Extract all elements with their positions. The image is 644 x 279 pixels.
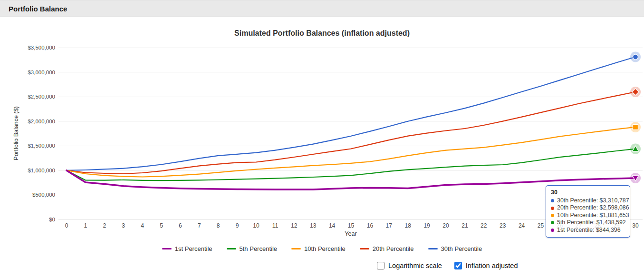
- tooltip-item-text: 20th Percentile: $2,598,086: [557, 204, 629, 211]
- x-tick-label: 23: [500, 222, 506, 229]
- x-tick-label: 5: [160, 222, 163, 229]
- legend-label: 20th Percentile: [373, 245, 414, 252]
- y-tick-label: $3,500,000: [28, 45, 55, 50]
- x-tick-label: 1: [84, 222, 87, 229]
- series-color-dot-icon: [551, 221, 554, 224]
- y-tick-label: $0: [49, 217, 55, 222]
- x-tick-label: 8: [217, 222, 220, 229]
- series-line-30th-percentile: [67, 57, 635, 170]
- x-tick-label: 18: [405, 222, 412, 229]
- chart-legend: 1st Percentile5th Percentile10th Percent…: [0, 245, 644, 252]
- y-tick-label: $3,000,000: [28, 70, 55, 75]
- x-tick-label: 4: [141, 222, 144, 229]
- legend-line-swatch: [428, 248, 438, 249]
- x-tick-label: 19: [423, 222, 430, 229]
- inflation-adjusted-control[interactable]: Inflation adjusted: [454, 262, 518, 269]
- x-tick-label: 16: [367, 222, 374, 229]
- series-line-20th-percentile: [67, 92, 635, 174]
- tooltip-item: 30th Percentile: $3,310,787: [551, 197, 625, 204]
- chart-controls: Logarithmic scale Inflation adjusted: [377, 262, 518, 269]
- x-tick-label: 30: [632, 222, 639, 229]
- x-tick-label: 9: [236, 222, 239, 229]
- x-tick-label: 6: [179, 222, 182, 229]
- series-color-dot-icon: [551, 199, 554, 202]
- x-tick-label: 25: [538, 222, 544, 229]
- x-tick-label: 22: [481, 222, 487, 229]
- legend-line-swatch: [227, 248, 236, 249]
- legend-label: 1st Percentile: [175, 245, 212, 252]
- x-tick-label: 17: [386, 222, 393, 229]
- log-scale-control[interactable]: Logarithmic scale: [377, 262, 442, 269]
- tooltip-items: 30th Percentile: $3,310,78720th Percenti…: [551, 197, 625, 234]
- legend-item-10th-percentile[interactable]: 10th Percentile: [291, 245, 346, 252]
- inflation-adjusted-label: Inflation adjusted: [466, 262, 518, 269]
- tooltip-item-text: 30th Percentile: $3,310,787: [557, 197, 629, 204]
- legend-label: 5th Percentile: [240, 245, 278, 252]
- x-tick-label: 12: [291, 222, 298, 229]
- x-tick-label: 0: [65, 222, 68, 229]
- tooltip-item-text: 10th Percentile: $1,881,653: [557, 212, 629, 219]
- y-tick-label: $2,000,000: [28, 119, 55, 124]
- log-scale-label: Logarithmic scale: [388, 262, 442, 269]
- legend-label: 30th Percentile: [441, 245, 482, 252]
- tooltip-item: 1st Percentile: $844,396: [551, 227, 625, 234]
- y-tick-label: $2,500,000: [28, 94, 55, 100]
- x-tick-label: 2: [103, 222, 106, 229]
- tooltip-year: 30: [551, 189, 625, 196]
- tooltip-item: 5th Percentile: $1,438,592: [551, 219, 625, 226]
- series-color-dot-icon: [551, 214, 554, 217]
- x-tick-label: 14: [329, 222, 336, 229]
- x-tick-label: 13: [310, 222, 317, 229]
- legend-item-30th-percentile[interactable]: 30th Percentile: [428, 245, 482, 252]
- x-axis-title: Year: [345, 230, 356, 237]
- x-tick-label: 20: [442, 222, 449, 229]
- panel-title: Portfolio Balance: [9, 5, 67, 13]
- series-color-dot-icon: [551, 229, 554, 232]
- inflation-adjusted-checkbox[interactable]: [454, 262, 462, 269]
- x-tick-label: 11: [272, 222, 279, 229]
- legend-item-1st-percentile[interactable]: 1st Percentile: [162, 245, 212, 252]
- y-tick-label: $500,000: [32, 192, 55, 198]
- legend-line-swatch: [162, 248, 172, 249]
- portfolio-balance-panel: Portfolio Balance Simulated Portfolio Ba…: [0, 0, 644, 279]
- x-tick-label: 15: [348, 222, 355, 229]
- y-axis-title: Portfolio Balance ($): [13, 106, 19, 160]
- x-tick-label: 10: [253, 222, 260, 229]
- legend-item-5th-percentile[interactable]: 5th Percentile: [227, 245, 278, 252]
- end-marker-circle-icon[interactable]: [633, 54, 638, 60]
- legend-label: 10th Percentile: [304, 245, 346, 252]
- legend-line-swatch: [360, 248, 369, 249]
- legend-item-20th-percentile[interactable]: 20th Percentile: [360, 245, 414, 252]
- end-marker-square-icon[interactable]: [633, 124, 638, 130]
- tooltip-item: 10th Percentile: $1,881,653: [551, 212, 625, 219]
- tooltip-item-text: 1st Percentile: $844,396: [557, 227, 621, 234]
- x-tick-label: 3: [122, 222, 125, 229]
- tooltip-item-text: 5th Percentile: $1,438,592: [557, 219, 626, 226]
- x-tick-label: 7: [198, 222, 201, 229]
- series-line-5th-percentile: [67, 149, 635, 181]
- series-line-10th-percentile: [67, 127, 635, 177]
- legend-line-swatch: [291, 248, 301, 249]
- tooltip-item: 20th Percentile: $2,598,086: [551, 204, 625, 211]
- x-tick-label: 24: [519, 222, 525, 229]
- series-color-dot-icon: [551, 207, 554, 210]
- y-tick-label: $1,500,000: [28, 143, 55, 149]
- x-tick-label: 21: [461, 222, 468, 229]
- log-scale-checkbox[interactable]: [377, 262, 384, 269]
- panel-header: Portfolio Balance: [0, 0, 644, 17]
- chart-tooltip: 30 30th Percentile: $3,310,78720th Perce…: [546, 185, 630, 238]
- y-tick-label: $1,000,000: [28, 168, 55, 173]
